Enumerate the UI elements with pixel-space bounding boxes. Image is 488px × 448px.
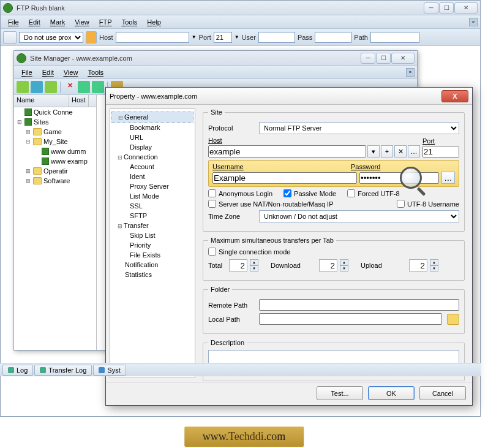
prop-titlebar[interactable]: Property - www.example.com X [106, 88, 472, 105]
nav-sftp[interactable]: SFTP [111, 211, 193, 221]
menu-mark[interactable]: Mark [45, 17, 70, 27]
spin-up-icon[interactable]: ▲ [340, 259, 348, 265]
nav-notification[interactable]: Notification [111, 260, 193, 270]
host-dropdown-button[interactable]: ▾ [367, 145, 380, 158]
sm-tb-icon2[interactable] [31, 81, 43, 93]
close-button[interactable]: ✕ [454, 2, 478, 13]
nav-fileexists[interactable]: File Exists [111, 250, 193, 260]
sm-menu-overflow-icon[interactable]: » [406, 68, 415, 77]
spin-down-icon[interactable]: ▼ [430, 265, 438, 271]
expand-icon[interactable]: ⊞ [25, 168, 31, 174]
sm-minimize-button[interactable]: ─ [361, 53, 375, 64]
spin-down-icon[interactable]: ▼ [340, 265, 348, 271]
nav-connection[interactable]: ⊟Connection [111, 152, 193, 162]
anon-checkbox[interactable]: Anonymous Login [208, 189, 272, 197]
prop-close-button[interactable]: X [441, 90, 468, 102]
cancel-button[interactable]: Cancel [419, 386, 466, 400]
tree-mysites[interactable]: ⊟My_Site [14, 137, 96, 146]
tree-example[interactable]: www examp [14, 156, 96, 166]
passive-checkbox[interactable]: Passive Mode [283, 189, 336, 197]
nav-transfer[interactable]: ⊟Transfer [111, 221, 193, 230]
nav-statistics[interactable]: Statistics [111, 270, 193, 279]
tab-transfer-log[interactable]: Transfer Log [34, 365, 92, 376]
remote-path-field[interactable] [259, 299, 459, 311]
sm-menu-view[interactable]: View [59, 67, 83, 77]
download-spinner[interactable] [319, 259, 337, 271]
minimize-button[interactable]: ─ [424, 2, 438, 13]
port-field[interactable] [422, 146, 459, 158]
sm-tb-icon5[interactable] [92, 81, 104, 93]
nav-listmode[interactable]: List Mode [111, 191, 193, 201]
nav-url[interactable]: URL [111, 132, 193, 142]
test-button[interactable]: Test... [317, 386, 363, 400]
toolbar-tool-icon[interactable] [3, 31, 17, 44]
sm-tb-icon4[interactable] [78, 81, 90, 93]
ok-button[interactable]: OK [368, 386, 415, 400]
main-titlebar[interactable]: FTP Rush blank ─ ☐ ✕ [1, 1, 480, 15]
tree-sites[interactable]: ⊟Sites [14, 117, 96, 127]
nav-display[interactable]: Display [111, 142, 193, 152]
nav-bookmark[interactable]: Bookmark [111, 123, 193, 132]
tab-syst[interactable]: Syst [93, 365, 126, 376]
single-checkbox[interactable]: Single connection mode [208, 248, 459, 256]
user-input[interactable] [258, 32, 295, 43]
menu-file[interactable]: File [3, 17, 24, 27]
tree-game[interactable]: ⊞Game [14, 127, 96, 137]
tz-select[interactable]: Unknown / Do not adjust [259, 210, 459, 222]
tab-log[interactable]: Log [2, 365, 33, 376]
host-add-button[interactable]: + [381, 145, 393, 158]
nav-ident[interactable]: Ident [111, 172, 193, 181]
host-field[interactable] [208, 145, 366, 158]
tree-quick-connect[interactable]: Quick Conne [14, 107, 96, 117]
collapse-icon[interactable]: ⊟ [118, 223, 124, 229]
sm-close-button[interactable]: ✕ [391, 53, 415, 64]
collapse-icon[interactable]: ⊟ [25, 139, 31, 145]
local-path-field[interactable] [259, 313, 442, 325]
utf8user-checkbox[interactable]: UTF-8 Username [397, 200, 459, 208]
spin-up-icon[interactable]: ▲ [430, 259, 438, 265]
pass-input[interactable] [315, 32, 351, 43]
utf8-checkbox[interactable]: Forced UTF-8 [347, 189, 399, 197]
tree-dummy[interactable]: www dumm [14, 146, 96, 156]
tree-software[interactable]: ⊞Software [14, 176, 96, 186]
port-input[interactable] [214, 32, 232, 43]
spin-down-icon[interactable]: ▼ [250, 265, 258, 271]
expand-icon[interactable]: ⊞ [25, 129, 31, 135]
sm-titlebar[interactable]: Site Manager - www.example.com ─ ☐ ✕ [14, 51, 417, 66]
menu-help[interactable]: Help [142, 17, 166, 27]
proxy-select[interactable]: Do not use proxy [19, 32, 83, 43]
menu-view[interactable]: View [70, 17, 94, 27]
sm-menu-edit[interactable]: Edit [37, 67, 59, 77]
sm-tb-delete-icon[interactable]: ✕ [64, 81, 76, 93]
path-input[interactable] [370, 32, 419, 43]
toolbar-connect-icon[interactable] [86, 31, 97, 44]
nav-priority[interactable]: Priority [111, 240, 193, 250]
nav-general[interactable]: ⊟General [111, 112, 193, 123]
maximize-button[interactable]: ☐ [439, 2, 454, 13]
spin-up-icon[interactable]: ▲ [250, 259, 258, 265]
col-name[interactable]: Name [14, 95, 69, 107]
sm-tb-icon3[interactable] [45, 81, 57, 93]
nav-account[interactable]: Account [111, 162, 193, 172]
host-dropdown-icon[interactable]: ▼ [192, 34, 197, 40]
collapse-icon[interactable]: ⊟ [118, 154, 124, 161]
menu-overflow-icon[interactable]: » [469, 18, 478, 26]
sm-maximize-button[interactable]: ☐ [376, 53, 391, 64]
collapse-icon[interactable]: ⊟ [17, 119, 23, 125]
col-host[interactable]: Host [69, 95, 89, 107]
sm-menu-file[interactable]: File [17, 67, 37, 77]
collapse-icon[interactable]: ⊟ [118, 115, 124, 121]
nat-checkbox[interactable]: Server use NAT/Non-routable/Masq IP [208, 200, 333, 208]
nav-skiplist[interactable]: Skip List [111, 230, 193, 240]
sm-menu-tools[interactable]: Tools [83, 67, 108, 77]
menu-edit[interactable]: Edit [24, 17, 45, 27]
menu-tools[interactable]: Tools [117, 17, 143, 27]
username-field[interactable] [212, 172, 357, 184]
sm-tb-icon1[interactable] [17, 81, 29, 93]
upload-spinner[interactable] [409, 259, 427, 271]
password-field[interactable] [359, 172, 439, 184]
tree-operatir[interactable]: ⊞Operatir [14, 166, 96, 176]
browse-folder-button[interactable] [447, 314, 459, 325]
menu-ftp[interactable]: FTP [94, 17, 117, 27]
host-input[interactable] [116, 32, 189, 43]
